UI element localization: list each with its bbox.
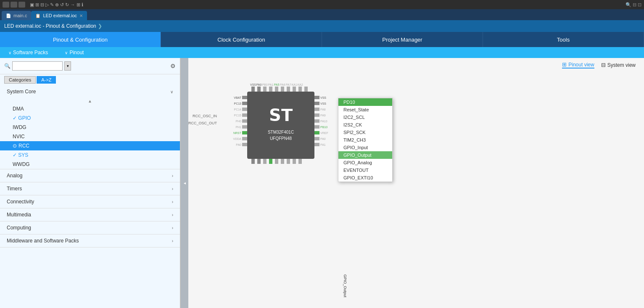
breadcrumb-arrow: ❯ (98, 23, 102, 29)
context-menu-item-gpio-exti10[interactable]: GPIO_EXTI10 (338, 174, 392, 182)
svg-rect-27 (275, 159, 278, 164)
context-menu-item-pd10-label: PD10 (343, 100, 355, 105)
svg-rect-0 (247, 92, 314, 159)
svg-rect-55 (314, 125, 319, 129)
context-menu-item-gpio-exti10-label: GPIO_EXTI10 (343, 175, 373, 180)
filter-tab-az[interactable]: A->Z (37, 76, 56, 84)
sidebar-item-gpio[interactable]: GPIO (0, 113, 180, 123)
search-dropdown[interactable]: ▾ (64, 61, 71, 71)
svg-rect-28 (281, 159, 284, 164)
svg-text:PH0: PH0 (235, 120, 241, 123)
svg-rect-54 (314, 119, 319, 123)
svg-rect-30 (293, 159, 296, 164)
section-timers-header[interactable]: Timers › (0, 182, 180, 195)
section-middleware-header[interactable]: Middleware and Software Packs › (0, 234, 180, 247)
sidebar-item-dma[interactable]: DMA (0, 104, 180, 113)
context-menu-item-i2s2-ck[interactable]: I2S2_CK (338, 121, 392, 129)
sidebar-item-rcc[interactable]: ⊙RCC (0, 141, 180, 150)
sidebar-item-sys[interactable]: SYS (0, 150, 180, 160)
tab-led-external[interactable]: 📋 LED external.ioc ✕ (31, 11, 87, 20)
section-analog-chevron: › (172, 174, 173, 178)
pinout-view-btn[interactable]: ⊞ Pinout view (562, 61, 594, 68)
svg-rect-29 (287, 159, 290, 164)
nav-tab-tools[interactable]: Tools (483, 32, 644, 47)
context-menu-item-gpio-input[interactable]: GPIO_Input (338, 144, 392, 151)
svg-text:VSS: VSS (320, 102, 326, 105)
section-multimedia-chevron: › (172, 213, 173, 217)
section-analog-header[interactable]: Analog › (0, 169, 180, 182)
nav-tab-pinout-label: Pinout & Configuration (53, 37, 108, 43)
breadcrumb-text: LED external.ioc - Pinout & Configuratio… (4, 23, 96, 29)
svg-rect-32 (242, 96, 247, 99)
tab-led-label: LED external.ioc (43, 13, 77, 18)
svg-rect-11 (293, 87, 296, 92)
svg-text:PB10: PB10 (320, 126, 327, 129)
nav-tab-clock-label: Clock Configuration (217, 37, 265, 43)
context-menu-item-pd10[interactable]: PD10 (338, 98, 392, 106)
svg-text:PA5: PA5 (274, 83, 280, 86)
context-menu-item-tim2-ch3[interactable]: TIM2_CH3 (338, 136, 392, 144)
rcc-check-circle: ⊙ (13, 143, 17, 149)
svg-text:VREF: VREF (320, 132, 328, 134)
search-input[interactable] (12, 61, 63, 71)
section-system-core-chevron: ∨ (170, 90, 173, 94)
sidebar-item-iwdg[interactable]: IWDG (0, 123, 180, 132)
sidebar-divider[interactable]: ◂ (181, 58, 188, 308)
svg-rect-52 (314, 108, 319, 111)
context-menu-item-tim2-ch3-label: TIM2_CH3 (343, 137, 366, 142)
sub-nav-software-packs[interactable]: ∨ Software Packs (8, 50, 48, 55)
tab-main-c[interactable]: 📄 main.c (2, 11, 31, 20)
tab-close-icon[interactable]: ✕ (79, 13, 83, 18)
rcc-osc-in-label: RCC_OSC_IN (193, 114, 217, 118)
section-timers: Timers › (0, 182, 180, 195)
context-menu-item-gpio-analog[interactable]: GPIO_Analog (338, 159, 392, 166)
nav-tab-pinout[interactable]: Pinout & Configuration (0, 32, 161, 47)
settings-icon[interactable]: ⚙ (170, 63, 176, 69)
context-menu: PD10 Reset_State I2C2_SCL I2S2_CK SPI2_S… (338, 98, 393, 182)
svg-text:PA10: PA10 (320, 120, 327, 123)
svg-text:𝗦𝗧: 𝗦𝗧 (269, 106, 293, 124)
gpio-output-bottom-label: GPIO_Output (343, 274, 347, 297)
section-system-core-header[interactable]: System Core ∨ (0, 85, 180, 98)
filter-tab-categories-label: Categories (9, 77, 31, 82)
context-menu-item-i2s2-ck-label: I2S2_CK (343, 122, 362, 127)
context-menu-item-gpio-analog-label: GPIO_Analog (343, 160, 372, 165)
pinout-view-icon: ⊞ (562, 61, 567, 68)
sidebar-item-iwdg-label: IWDG (13, 124, 26, 130)
sidebar-list: System Core ∨ ▲ DMA GPIO IWDG (0, 85, 180, 308)
os-icon-2 (11, 2, 17, 8)
svg-text:PC14: PC14 (234, 108, 241, 111)
search-box: 🔍 ▾ (4, 61, 168, 71)
section-computing-header[interactable]: Computing › (0, 221, 180, 234)
sub-nav: ∨ Software Packs ∨ Pinout (0, 47, 644, 58)
svg-rect-24 (257, 159, 261, 164)
sidebar-item-nvic[interactable]: NVIC (0, 132, 180, 141)
nav-tab-clock[interactable]: Clock Configuration (161, 32, 322, 47)
section-multimedia-header[interactable]: Multimedia › (0, 208, 180, 221)
main-nav: Pinout & Configuration Clock Configurati… (0, 32, 644, 47)
context-menu-item-eventout[interactable]: EVENTOUT (338, 166, 392, 174)
section-timers-chevron: › (172, 187, 173, 191)
context-menu-item-reset-state-label: Reset_State (343, 107, 369, 112)
context-menu-item-gpio-output[interactable]: GPIO_Output (338, 151, 392, 159)
svg-text:KA2: KA2 (297, 83, 303, 86)
sub-nav-software-packs-label: Software Packs (13, 50, 48, 55)
context-menu-item-reset-state[interactable]: Reset_State (338, 106, 392, 113)
sidebar-item-wwdg[interactable]: WWDG (0, 160, 180, 169)
section-connectivity-header[interactable]: Connectivity › (0, 195, 180, 208)
svg-rect-13 (304, 87, 308, 92)
sub-nav-pinout-arrow: ∨ (65, 50, 68, 55)
context-menu-item-spi2-sck[interactable]: SPI2_SCK (338, 129, 392, 136)
svg-rect-50 (314, 96, 319, 99)
system-view-btn[interactable]: ⊟ System view (601, 62, 636, 68)
svg-text:PC13: PC13 (234, 102, 241, 105)
svg-rect-33 (242, 102, 247, 105)
filter-tab-categories[interactable]: Categories (4, 76, 36, 84)
context-menu-item-i2c2-scl[interactable]: I2C2_SCL (338, 113, 392, 121)
sub-nav-pinout[interactable]: ∨ Pinout (65, 50, 84, 55)
section-system-core-label: System Core (7, 89, 36, 95)
svg-rect-8 (275, 87, 278, 92)
section-middleware: Middleware and Software Packs › (0, 234, 180, 247)
filter-tabs: Categories A->Z (0, 74, 180, 85)
nav-tab-project[interactable]: Project Manager (322, 32, 483, 47)
